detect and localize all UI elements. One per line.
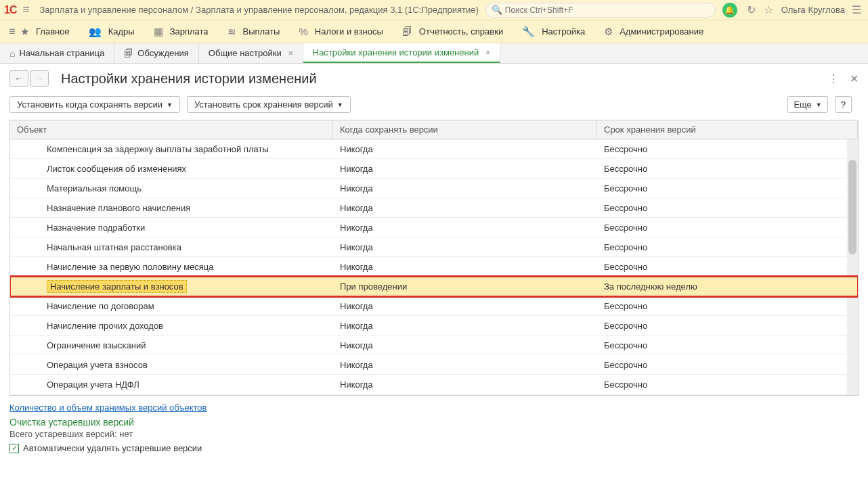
tab[interactable]: ⌂Начальная страница bbox=[0, 43, 114, 63]
caret-down-icon: ▼ bbox=[167, 101, 173, 108]
cell-when: Никогда bbox=[333, 380, 597, 390]
table-row[interactable]: Ограничение взысканийНикогдаБессрочно bbox=[10, 336, 858, 355]
main-nav: ≡★Главное👥Кадры▦Зарплата≋Выплаты%Налоги … bbox=[0, 20, 868, 43]
global-search[interactable]: 🔍 bbox=[485, 3, 716, 18]
page-menu-icon[interactable]: ⋮ bbox=[828, 72, 839, 85]
set-term-label: Установить срок хранения версий bbox=[194, 99, 333, 110]
th-when[interactable]: Когда сохранять версии bbox=[333, 120, 597, 139]
cell-when: Никогда bbox=[333, 340, 597, 350]
cell-object: Начисление по договорам bbox=[10, 301, 333, 311]
tab-label: Общие настройки bbox=[209, 48, 282, 58]
page-header: ← → Настройки хранения истории изменений… bbox=[9, 70, 859, 87]
table-row[interactable]: Операция учета взносовНикогдаБессрочно bbox=[10, 355, 858, 375]
search-input[interactable] bbox=[505, 5, 710, 15]
titlebar: 1C ≡ Зарплата и управление персоналом / … bbox=[0, 0, 868, 20]
set-when-button[interactable]: Установить когда сохранять версии ▼ bbox=[9, 96, 180, 113]
cell-object: Начальная штатная расстановка bbox=[10, 242, 333, 252]
nav-item-label: Налоги и взносы bbox=[315, 26, 383, 37]
cell-term: Бессрочно bbox=[597, 380, 858, 390]
table-row[interactable]: Начисление по договорамНикогдаБессрочно bbox=[10, 296, 858, 316]
cell-term: Бессрочно bbox=[597, 340, 858, 350]
main-menu-icon[interactable]: ≡ bbox=[18, 3, 34, 17]
cell-term: Бессрочно bbox=[597, 360, 858, 370]
window-menu-icon[interactable]: ☰ bbox=[852, 3, 861, 16]
notification-bell-icon[interactable]: 🔔 bbox=[722, 3, 737, 18]
sections-menu-icon[interactable]: ≡ bbox=[4, 25, 20, 39]
nav-item-label: Кадры bbox=[108, 26, 135, 37]
nav-item-icon: % bbox=[299, 26, 307, 37]
page-title: Настройки хранения истории изменений bbox=[61, 71, 317, 87]
favorite-icon[interactable]: ☆ bbox=[764, 3, 773, 16]
table-row[interactable]: Назначение подработкиНикогдаБессрочно bbox=[10, 218, 858, 237]
cell-when: Никогда bbox=[333, 262, 597, 272]
cell-when: При проведении bbox=[333, 281, 597, 292]
help-button[interactable]: ? bbox=[835, 96, 852, 113]
table-row[interactable]: Компенсация за задержку выплаты заработн… bbox=[10, 139, 858, 159]
more-button[interactable]: Еще ▼ bbox=[787, 96, 827, 113]
cell-object: Ограничение взысканий bbox=[10, 340, 333, 350]
tab-label: Обсуждения bbox=[137, 48, 189, 58]
auto-delete-label: Автоматически удалять устаревшие версии bbox=[23, 443, 202, 453]
nav-item-icon: ≋ bbox=[227, 26, 236, 38]
set-term-button[interactable]: Установить срок хранения версий ▼ bbox=[187, 96, 351, 113]
nav-item-2[interactable]: 👥Кадры bbox=[89, 26, 135, 38]
cell-when: Никогда bbox=[333, 321, 597, 331]
tab[interactable]: Настройки хранения истории изменений× bbox=[303, 43, 501, 63]
table-row[interactable]: Операция учета НДФЛНикогдаБессрочно bbox=[10, 375, 858, 394]
nav-item-label: Выплаты bbox=[243, 26, 280, 37]
nav-item-label: Отчетность, справки bbox=[419, 26, 503, 37]
stored-versions-link[interactable]: Количество и объем хранимых версий объек… bbox=[9, 403, 207, 413]
nav-item-7[interactable]: 🔧Настройка bbox=[522, 26, 585, 38]
nav-item-8[interactable]: ⚙Администрирование bbox=[604, 26, 703, 38]
cell-term: Бессрочно bbox=[597, 242, 858, 252]
cell-object: Операция учета НДФЛ bbox=[10, 380, 333, 390]
table-row[interactable]: Начисление зарплаты и взносовПри проведе… bbox=[10, 277, 858, 296]
th-object[interactable]: Объект bbox=[10, 120, 333, 139]
cell-when: Никогда bbox=[333, 144, 597, 154]
nav-item-1[interactable]: ★Главное bbox=[20, 26, 70, 38]
table-row[interactable]: Начисление за первую половину месяцаНико… bbox=[10, 257, 858, 277]
table-row[interactable]: Назначение планового начисленияНикогдаБе… bbox=[10, 198, 858, 218]
scrollbar[interactable] bbox=[847, 139, 858, 395]
nav-item-icon: ★ bbox=[20, 26, 29, 38]
set-when-label: Установить когда сохранять версии bbox=[17, 99, 162, 110]
tab-bar: ⌂Начальная страница🗐ОбсужденияОбщие наст… bbox=[0, 43, 868, 64]
cell-term: За последнюю неделю bbox=[597, 281, 858, 292]
cell-when: Никогда bbox=[333, 183, 597, 193]
cell-term: Бессрочно bbox=[597, 183, 858, 193]
table-row[interactable]: Опись заявлений сотрудников на выплату п… bbox=[10, 394, 858, 395]
tab-label: Начальная страница bbox=[19, 48, 104, 58]
cell-term: Бессрочно bbox=[597, 301, 858, 311]
cell-object: Начисление прочих доходов bbox=[10, 321, 333, 331]
nav-item-5[interactable]: %Налоги и взносы bbox=[299, 26, 383, 37]
table-body[interactable]: Компенсация за задержку выплаты заработн… bbox=[10, 139, 858, 395]
tab-close-icon[interactable]: × bbox=[485, 48, 490, 58]
table-row[interactable]: Начисление прочих доходовНикогдаБессрочн… bbox=[10, 316, 858, 336]
toolbar: Установить когда сохранять версии ▼ Уста… bbox=[9, 96, 859, 113]
history-table: Объект Когда сохранять версии Срок хране… bbox=[9, 120, 859, 396]
nav-item-icon: 👥 bbox=[89, 26, 102, 38]
nav-item-icon: ▦ bbox=[154, 26, 163, 38]
tab[interactable]: Общие настройки× bbox=[199, 43, 303, 63]
th-term[interactable]: Срок хранения версий bbox=[597, 120, 858, 139]
table-row[interactable]: Материальная помощьНикогдаБессрочно bbox=[10, 179, 858, 198]
scrollbar-thumb[interactable] bbox=[848, 160, 856, 254]
history-icon[interactable]: ↻ bbox=[747, 3, 756, 16]
auto-delete-checkbox[interactable]: ✓ bbox=[9, 444, 19, 453]
nav-item-3[interactable]: ▦Зарплата bbox=[154, 26, 209, 38]
tab-close-icon[interactable]: × bbox=[288, 49, 293, 58]
cell-object: Начисление зарплаты и взносов bbox=[10, 280, 333, 293]
cell-term: Бессрочно bbox=[597, 144, 858, 154]
nav-item-6[interactable]: 🗐Отчетность, справки bbox=[402, 26, 503, 37]
close-page-icon[interactable]: ✕ bbox=[850, 72, 859, 85]
back-button[interactable]: ← bbox=[9, 70, 28, 87]
nav-item-4[interactable]: ≋Выплаты bbox=[227, 26, 280, 38]
caret-down-icon: ▼ bbox=[337, 101, 343, 108]
cell-object: Листок сообщения об изменениях bbox=[10, 164, 333, 174]
user-name[interactable]: Ольга Круглова bbox=[781, 5, 845, 15]
table-row[interactable]: Начальная штатная расстановкаНикогдаБесс… bbox=[10, 237, 858, 257]
tab[interactable]: 🗐Обсуждения bbox=[114, 43, 199, 63]
cell-when: Никогда bbox=[333, 301, 597, 311]
search-icon: 🔍 bbox=[492, 5, 502, 15]
table-row[interactable]: Листок сообщения об измененияхНикогдаБес… bbox=[10, 159, 858, 179]
